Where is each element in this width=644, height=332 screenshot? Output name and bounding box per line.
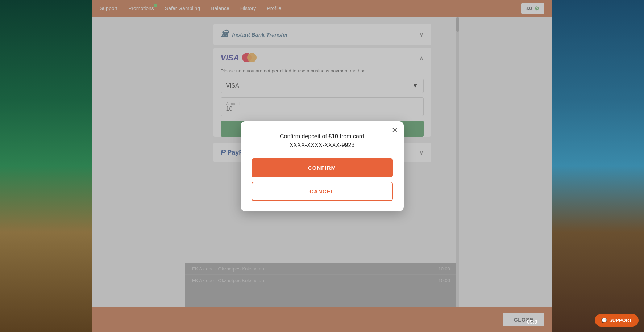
modal-message-suffix: from card (338, 133, 364, 139)
main-panel: Support Promotions Safer Gambling Balanc… (92, 0, 552, 332)
modal-dialog: ✕ Confirm deposit of £10 from card XXXX-… (241, 121, 404, 211)
modal-cancel-button[interactable]: CANCEL (252, 182, 393, 201)
background-right (550, 0, 644, 332)
modal-message: Confirm deposit of £10 from card XXXX-XX… (252, 132, 393, 150)
modal-card-number: XXXX-XXXX-XXXX-9923 (290, 142, 355, 148)
modal-close-x-button[interactable]: ✕ (392, 126, 398, 134)
support-icon: 💬 (601, 318, 607, 323)
modal-amount: £10 (328, 133, 338, 139)
modal-confirm-button[interactable]: CONFIRM (252, 158, 393, 177)
support-label: SUPPORT (609, 318, 632, 323)
support-button[interactable]: 💬 SUPPORT (595, 314, 639, 327)
background-left (0, 0, 94, 332)
time-display: 09:3 (527, 319, 537, 325)
modal-message-prefix: Confirm deposit of (280, 133, 328, 139)
modal-overlay: ✕ Confirm deposit of £10 from card XXXX-… (92, 0, 552, 332)
